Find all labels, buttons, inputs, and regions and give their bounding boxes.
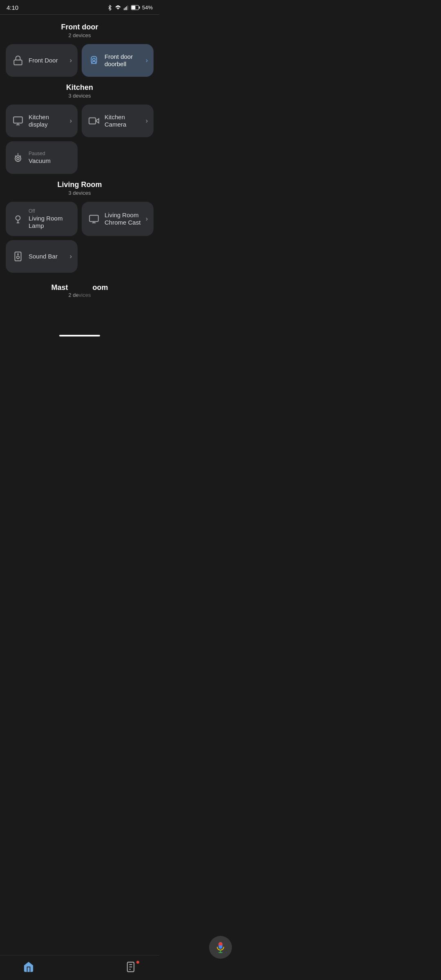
device-info-kitchen-camera: Kitchen Camera: [105, 114, 142, 128]
svg-marker-13: [96, 119, 99, 123]
chromecast-icon: [87, 212, 100, 225]
device-info-doorbell: Front door doorbell: [105, 53, 142, 68]
device-name-lamp: Living Room Lamp: [29, 215, 72, 229]
lamp-icon: [11, 212, 24, 225]
chevron-kitchen-camera: ›: [146, 117, 148, 125]
device-grid-front-door: Front Door › Front door doorbell ›: [0, 44, 159, 77]
divider: [0, 14, 159, 15]
section-subtitle-front-door: 2 devices: [0, 32, 159, 38]
section-kitchen: Kitchen 3 devices Kitchen display ›: [0, 79, 159, 176]
partial-section-title: Mastoom: [0, 283, 159, 292]
battery-percentage: 54%: [142, 4, 153, 11]
svg-rect-0: [124, 8, 125, 10]
svg-rect-10: [13, 117, 22, 123]
section-header-front-door: Front door 2 devices: [0, 23, 159, 38]
svg-rect-2: [126, 6, 127, 10]
device-info-chromecast: Living Room Chrome Cast: [105, 212, 142, 226]
svg-rect-6: [131, 6, 135, 9]
status-time: 4:10: [7, 4, 18, 11]
chevron-chromecast: ›: [146, 215, 148, 223]
chevron-doorbell: ›: [146, 57, 148, 64]
device-name-soundbar: Sound Bar: [29, 253, 66, 260]
svg-rect-7: [14, 60, 22, 65]
device-status-lamp: Off: [29, 208, 72, 214]
section-subtitle-kitchen: 3 devices: [0, 93, 159, 99]
status-bar: 4:10 54%: [0, 0, 159, 13]
partial-title-text-before: Mast: [51, 283, 68, 292]
device-card-doorbell[interactable]: Front door doorbell ›: [82, 44, 154, 77]
device-info-front-door: Front Door: [29, 57, 66, 64]
device-name-vacuum: Vacuum: [29, 157, 72, 165]
partial-section-subtitle: 2 devices: [0, 292, 159, 298]
device-card-vacuum[interactable]: Paused Vacuum: [6, 141, 78, 174]
camera-icon: [87, 114, 100, 127]
device-name-doorbell: Front door doorbell: [105, 53, 142, 68]
display-icon: [11, 114, 24, 127]
speaker-icon: [11, 250, 24, 263]
section-header-living-room: Living Room 3 devices: [0, 180, 159, 196]
bluetooth-icon: [107, 5, 113, 11]
device-card-soundbar[interactable]: Sound Bar ›: [6, 240, 78, 273]
device-status-vacuum: Paused: [29, 151, 72, 156]
battery-icon: [131, 5, 140, 10]
vacuum-icon: [11, 151, 24, 164]
chevron-front-door: ›: [70, 57, 72, 64]
home-bar: [59, 335, 100, 336]
device-name-kitchen-camera: Kitchen Camera: [105, 114, 142, 128]
chevron-kitchen-display: ›: [70, 117, 72, 125]
section-header-kitchen: Kitchen 3 devices: [0, 83, 159, 99]
device-card-kitchen-camera[interactable]: Kitchen Camera ›: [82, 105, 154, 137]
svg-rect-1: [125, 7, 126, 10]
section-front-door: Front door 2 devices Front Door ›: [0, 19, 159, 79]
svg-rect-5: [139, 7, 140, 9]
device-info-vacuum: Paused Vacuum: [29, 151, 72, 165]
device-info-soundbar: Sound Bar: [29, 253, 66, 260]
section-subtitle-living-room: 3 devices: [0, 190, 159, 196]
status-icons: 54%: [107, 4, 153, 11]
partial-section: Mastoom 2 devices: [0, 275, 159, 300]
svg-rect-23: [15, 252, 21, 261]
section-title-front-door: Front door: [0, 23, 159, 31]
device-name-chromecast: Living Room Chrome Cast: [105, 212, 142, 226]
lock-icon: [11, 54, 24, 67]
device-grid-kitchen: Kitchen display › Kitchen Camera ›: [0, 105, 159, 174]
svg-rect-3: [127, 5, 128, 10]
doorbell-icon: [87, 54, 100, 67]
partial-title-text-after: oom: [93, 283, 108, 292]
section-title-kitchen: Kitchen: [0, 83, 159, 92]
device-name-kitchen-display: Kitchen display: [29, 114, 66, 128]
svg-point-25: [18, 254, 18, 255]
device-card-kitchen-display[interactable]: Kitchen display ›: [6, 105, 78, 137]
svg-point-17: [16, 216, 20, 220]
signal-icon: [123, 5, 129, 11]
device-card-front-door[interactable]: Front Door ›: [6, 44, 78, 77]
svg-rect-14: [89, 118, 96, 124]
svg-rect-20: [89, 215, 98, 221]
device-card-lamp[interactable]: Off Living Room Lamp: [6, 202, 78, 236]
device-card-chromecast[interactable]: Living Room Chrome Cast ›: [82, 202, 154, 236]
section-title-living-room: Living Room: [0, 180, 159, 189]
svg-point-8: [93, 58, 96, 61]
chevron-soundbar: ›: [70, 253, 72, 260]
device-info-lamp: Off Living Room Lamp: [29, 208, 72, 229]
svg-point-24: [17, 256, 20, 259]
svg-point-16: [17, 157, 19, 160]
device-name-front-door: Front Door: [29, 57, 66, 64]
device-grid-living-room: Off Living Room Lamp Living Room Chrome …: [0, 202, 159, 273]
section-living-room: Living Room 3 devices Off Living Room La…: [0, 176, 159, 275]
device-info-kitchen-display: Kitchen display: [29, 114, 66, 128]
wifi-icon: [115, 5, 121, 11]
